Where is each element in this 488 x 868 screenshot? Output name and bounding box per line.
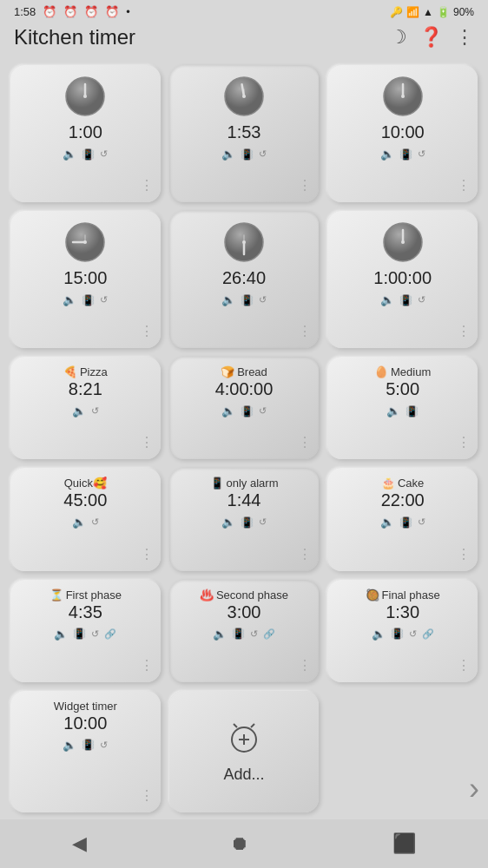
timer-card-t4[interactable]: 15:00🔈📳↺⋮	[10, 211, 161, 348]
vibrate-icon[interactable]: 📳	[241, 148, 254, 161]
home-button[interactable]: ⏺	[230, 832, 249, 855]
more-options-dots[interactable]: ⋮	[298, 323, 312, 339]
repeat-icon[interactable]: ↺	[259, 516, 267, 528]
timer-emoji: ♨️	[200, 589, 214, 602]
repeat-icon[interactable]: ↺	[259, 148, 267, 160]
vibrate-icon[interactable]: 📳	[82, 294, 95, 306]
timer-card-t5[interactable]: 26:40🔈📳↺⋮	[169, 211, 320, 348]
repeat-icon[interactable]: ↺	[91, 516, 99, 528]
vibrate-icon[interactable]: 📳	[241, 405, 254, 418]
timer-card-t8[interactable]: 🍞Bread4:00:00🔈📳↺⋮	[169, 357, 320, 459]
more-options-dots[interactable]: ⋮	[140, 546, 154, 562]
chain-icon[interactable]: 🔗	[263, 628, 275, 640]
vibrate-icon[interactable]: 📳	[73, 628, 86, 640]
timer-card-t9[interactable]: 🥚Medium5:00🔈📳⋮	[327, 357, 478, 459]
next-page-arrow[interactable]: ›	[469, 771, 479, 807]
sound-icon[interactable]: 🔈	[213, 628, 227, 641]
repeat-icon[interactable]: ↺	[259, 405, 267, 417]
clock-display	[380, 74, 425, 122]
sound-icon[interactable]: 🔈	[372, 628, 386, 641]
sound-icon[interactable]: 🔈	[63, 293, 76, 306]
more-options-dots[interactable]: ⋮	[457, 434, 471, 450]
repeat-icon[interactable]: ↺	[418, 148, 425, 160]
vibrate-icon[interactable]: 📳	[399, 294, 412, 306]
vibrate-icon[interactable]: 📳	[241, 516, 254, 529]
repeat-icon[interactable]: ↺	[100, 740, 108, 751]
dark-mode-icon[interactable]: ☽	[390, 26, 407, 49]
repeat-icon[interactable]: ↺	[418, 294, 425, 306]
timer-name: ⏳First phase	[49, 589, 122, 602]
repeat-icon[interactable]: ↺	[259, 294, 267, 306]
more-options-dots[interactable]: ⋮	[298, 657, 312, 674]
chain-icon[interactable]: 🔗	[422, 628, 434, 640]
sound-icon[interactable]: 🔈	[380, 148, 394, 161]
timer-name: 🍞Bread	[221, 365, 267, 378]
sound-icon[interactable]: 🔈	[386, 404, 400, 418]
sound-icon[interactable]: 🔈	[221, 293, 235, 306]
vibrate-icon[interactable]: 📳	[406, 405, 419, 418]
sound-icon[interactable]: 🔈	[380, 516, 394, 529]
sound-icon[interactable]: 🔈	[72, 404, 86, 418]
timer-card-t10[interactable]: Quick🥰45:00🔈↺⋮	[10, 468, 161, 570]
timer-card-t3[interactable]: 10:00🔈📳↺⋮	[327, 65, 478, 202]
more-options-dots[interactable]: ⋮	[457, 546, 471, 562]
sound-icon[interactable]: 🔈	[72, 516, 86, 529]
vibrate-icon[interactable]: 📳	[391, 628, 404, 640]
sound-icon[interactable]: 🔈	[221, 148, 235, 161]
more-options-dots[interactable]: ⋮	[298, 434, 312, 450]
vibrate-icon[interactable]: 📳	[241, 294, 254, 306]
timer-card-t15[interactable]: 🥘Final phase1:30🔈📳↺🔗⋮	[327, 580, 478, 682]
vibrate-icon[interactable]: 📳	[399, 148, 412, 161]
add-timer-card[interactable]: Add...	[169, 691, 320, 812]
timer-card-t2[interactable]: 1:53🔈📳↺⋮	[169, 65, 320, 202]
repeat-icon[interactable]: ↺	[409, 628, 417, 640]
sound-icon[interactable]: 🔈	[221, 404, 235, 418]
timer-card-t12[interactable]: 🎂Cake22:00🔈📳↺⋮	[327, 468, 478, 570]
sound-icon[interactable]: 🔈	[221, 516, 235, 529]
sound-icon[interactable]: 🔈	[380, 293, 394, 306]
recent-button[interactable]: ⬛	[392, 832, 416, 855]
timer-name: 📱only alarm	[210, 477, 279, 490]
timer-card-t7[interactable]: 🍕Pizza8:21🔈↺⋮	[10, 357, 161, 459]
more-options-dots[interactable]: ⋮	[298, 546, 312, 562]
sound-icon[interactable]: 🔈	[54, 628, 68, 641]
more-options-dots[interactable]: ⋮	[457, 657, 471, 674]
timer-name: 🎂Cake	[381, 477, 424, 490]
repeat-icon[interactable]: ↺	[91, 628, 99, 640]
timer-card-t1[interactable]: 1:00🔈📳↺⋮	[10, 65, 161, 202]
timer-card-t11[interactable]: 📱only alarm1:44🔈📳↺⋮	[169, 468, 320, 570]
back-button[interactable]: ◀	[72, 832, 87, 855]
repeat-icon[interactable]: ↺	[250, 628, 258, 640]
alarm-icon: ⏰	[43, 5, 56, 18]
timer-card-t14[interactable]: ♨️Second phase3:00🔈📳↺🔗⋮	[169, 580, 320, 682]
chain-icon[interactable]: 🔗	[104, 628, 116, 640]
repeat-icon[interactable]: ↺	[100, 148, 108, 160]
timer-emoji: 🥚	[374, 365, 388, 378]
repeat-icon[interactable]: ↺	[91, 405, 99, 417]
more-options-dots[interactable]: ⋮	[140, 434, 154, 450]
more-options-dots[interactable]: ⋮	[140, 657, 154, 674]
more-options-icon[interactable]: ⋮	[455, 26, 474, 49]
more-options-dots[interactable]: ⋮	[140, 323, 154, 339]
more-options-dots[interactable]: ⋮	[457, 323, 471, 339]
vibrate-icon[interactable]: 📳	[82, 739, 95, 751]
more-options-dots[interactable]: ⋮	[457, 177, 471, 194]
timer-card-t13[interactable]: ⏳First phase4:35🔈📳↺🔗⋮	[10, 580, 161, 682]
timer-card-t6[interactable]: 1:00:00🔈📳↺⋮	[327, 211, 478, 348]
repeat-icon[interactable]: ↺	[100, 294, 108, 306]
more-options-dots[interactable]: ⋮	[140, 787, 154, 804]
clock-display	[63, 74, 108, 122]
app-title: Kitchen timer	[14, 25, 135, 49]
more-options-dots[interactable]: ⋮	[298, 177, 312, 194]
timer-controls: 🔈📳↺🔗	[372, 628, 434, 641]
repeat-icon[interactable]: ↺	[418, 516, 425, 528]
more-options-dots[interactable]: ⋮	[140, 177, 154, 194]
help-icon[interactable]: ❓	[419, 26, 443, 49]
vibrate-icon[interactable]: 📳	[399, 516, 412, 529]
sound-icon[interactable]: 🔈	[63, 148, 76, 161]
vibrate-icon[interactable]: 📳	[232, 628, 245, 640]
wifi-icon: ▲	[423, 6, 433, 18]
vibrate-icon[interactable]: 📳	[82, 148, 95, 161]
timer-card-t16[interactable]: Widget timer10:00🔈📳↺⋮	[10, 691, 161, 812]
sound-icon[interactable]: 🔈	[63, 739, 76, 752]
